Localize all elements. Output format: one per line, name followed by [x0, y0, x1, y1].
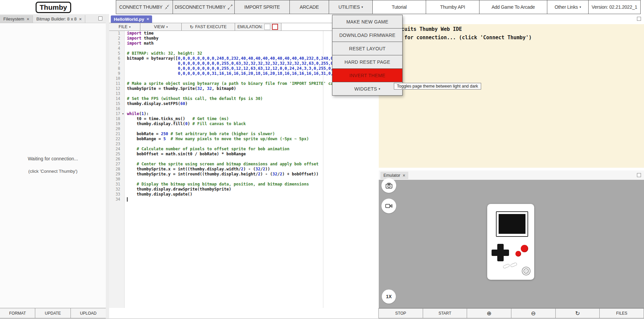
restart-button[interactable]: ↻	[555, 308, 600, 318]
thumby-device-image	[487, 204, 534, 280]
line-number: 25	[109, 152, 124, 157]
view-menu-label: VIEW	[154, 24, 165, 29]
zoom-in-button[interactable]: ⊕	[467, 308, 511, 318]
emulator-footer: STOPSTART⊕⊖↻FILES	[379, 308, 644, 318]
line-number: 34	[109, 197, 124, 202]
close-icon[interactable]: ×	[147, 17, 149, 21]
line-number: 17▾	[109, 111, 124, 116]
close-icon[interactable]: ×	[403, 174, 405, 177]
screenshot-button[interactable]	[381, 178, 396, 193]
zoom-out-button[interactable]: ⊖	[511, 308, 556, 318]
utilities-menu-button[interactable]: UTILITIES▾	[329, 0, 373, 14]
import-sprite-button[interactable]: IMPORT SPRITE	[234, 0, 290, 14]
menu-label: Other Links	[555, 4, 578, 10]
files-button[interactable]: FILES	[599, 308, 644, 318]
line-number: 20	[109, 126, 124, 131]
line-number: 1	[109, 31, 124, 36]
emulator-panel-header: Emulator ×	[379, 170, 644, 180]
version-label: Version: 02.21.2022_1	[588, 0, 641, 14]
line-number: 16	[109, 106, 124, 111]
disconnect-thumby-button[interactable]: DISCONNECT THUMBY↗↙	[173, 0, 235, 14]
emulation-color-checkbox[interactable]	[272, 24, 278, 30]
code-line: t0 = time.ticks_ms() # Get time (ms)	[127, 116, 376, 121]
disconnect-icon: ↗↙	[228, 4, 233, 10]
line-number: 29	[109, 172, 124, 177]
fast-execute-button[interactable]: ↻ FAST EXECUTE	[182, 23, 235, 31]
code-line: # Calculate number of pixels to offset s…	[127, 147, 376, 152]
thumby-api-button[interactable]: Thumby API	[426, 0, 479, 14]
line-number: 30	[109, 177, 124, 182]
download-firmware-item[interactable]: DOWNLOAD FIRMWARE	[332, 28, 403, 42]
line-number: 2	[109, 36, 124, 41]
close-icon[interactable]: ×	[27, 17, 29, 21]
start-button[interactable]: START	[423, 308, 467, 318]
arcade-button[interactable]: ARCADE	[289, 0, 329, 14]
line-number: 3	[109, 41, 124, 46]
format-button[interactable]: FORMAT	[0, 308, 35, 318]
widgets-menu-item[interactable]: WIDGETS▾	[332, 82, 403, 96]
code-line: # Set the FPS (without this call, the de…	[127, 96, 376, 101]
maximize-icon[interactable]	[637, 17, 641, 21]
caret-down-icon: ▾	[379, 87, 380, 91]
line-number: 33	[109, 192, 124, 197]
panel-splitter[interactable]	[106, 14, 109, 318]
line-number: 15	[109, 101, 124, 106]
top-bar: Thumby CONNECT THUMBY↙↗DISCONNECT THUMBY…	[0, 0, 644, 14]
line-number: 7	[109, 61, 124, 66]
tab-filesystem[interactable]: Filesystem ×	[0, 15, 33, 23]
emulation-checkbox[interactable]	[264, 24, 270, 30]
other-links-menu-button[interactable]: Other Links▾	[547, 0, 589, 14]
code-line: thumbySprite.x = int((thumby.display.wid…	[127, 167, 376, 172]
video-camera-icon	[385, 203, 393, 209]
device-menu-button	[503, 264, 510, 269]
fold-arrow-icon[interactable]: ▾	[122, 111, 124, 116]
code-line: thumby.display.update()	[127, 192, 376, 197]
maximize-icon[interactable]	[637, 173, 641, 177]
shell-output[interactable]: TinyCircuits Thumby Web IDE Waiting for …	[379, 24, 644, 168]
tab-emulator[interactable]: Emulator ×	[380, 172, 408, 179]
tab-helloworld-py[interactable]: HelloWorld.py ×	[111, 15, 152, 23]
update-button[interactable]: UPDATE	[35, 308, 71, 318]
add-game-to-arcade-button[interactable]: Add Game To Arcade	[479, 0, 547, 14]
emulator-zoom-button[interactable]: 1X	[382, 289, 396, 304]
line-number: 11	[109, 81, 124, 86]
close-icon[interactable]: ×	[79, 17, 82, 21]
make-new-game-item[interactable]: MAKE NEW GAME	[332, 15, 403, 29]
code-line	[127, 157, 376, 162]
menu-label: IMPORT SPRITE	[244, 4, 280, 10]
emulation-label: EMULATION:	[237, 24, 263, 29]
fast-execute-label: FAST EXECUTE	[195, 24, 227, 29]
code-line: bobRange = 5 # How many pixels to move t…	[127, 137, 376, 142]
record-video-button[interactable]	[381, 199, 396, 213]
code-line: while(1):	[127, 111, 376, 116]
connect-thumby-button[interactable]: CONNECT THUMBY↙↗	[116, 0, 173, 14]
file-menu-button[interactable]: FILE ▾	[109, 23, 140, 31]
line-number: 4	[109, 46, 124, 51]
reset-layout-item[interactable]: RESET LAYOUT	[332, 42, 403, 55]
line-number: 32	[109, 187, 124, 192]
line-number: 5	[109, 51, 124, 56]
tutorial-button[interactable]: Tutorial	[372, 0, 426, 14]
tab-bitmap-builder[interactable]: Bitmap Builder: 8 x 8 ×	[33, 15, 85, 23]
text-cursor	[127, 197, 128, 202]
menu-label: ARCADE	[300, 4, 319, 10]
device-button-b	[515, 251, 521, 257]
caret-down-icon: ▾	[362, 5, 363, 9]
code-line: thumbySprite.y = int(round((thumby.displ…	[127, 172, 376, 177]
maximize-icon[interactable]	[98, 16, 102, 20]
hard-reset-page-item[interactable]: HARD RESET PAGE	[332, 55, 403, 69]
line-number: 14	[109, 96, 124, 101]
invert-theme-item[interactable]: INVERT THEME	[332, 68, 403, 82]
menu-label: DISCONNECT THUMBY	[175, 4, 226, 10]
shell-line: Waiting for connection... (click 'Connec…	[380, 35, 532, 41]
upload-button[interactable]: UPLOAD	[71, 308, 106, 318]
menu-label: CONNECT THUMBY	[119, 4, 163, 10]
device-speaker	[522, 267, 531, 275]
caret-down-icon: ▾	[129, 25, 131, 29]
menu-label: Thumby API	[440, 4, 465, 10]
view-menu-button[interactable]: VIEW ▾	[140, 23, 182, 31]
stop-button[interactable]: STOP	[378, 308, 423, 318]
code-line: bobRate = 250 # Set arbitrary bob rate (…	[127, 131, 376, 137]
tab-label: Bitmap Builder: 8 x 8	[36, 16, 77, 21]
line-number: 22	[109, 137, 124, 142]
